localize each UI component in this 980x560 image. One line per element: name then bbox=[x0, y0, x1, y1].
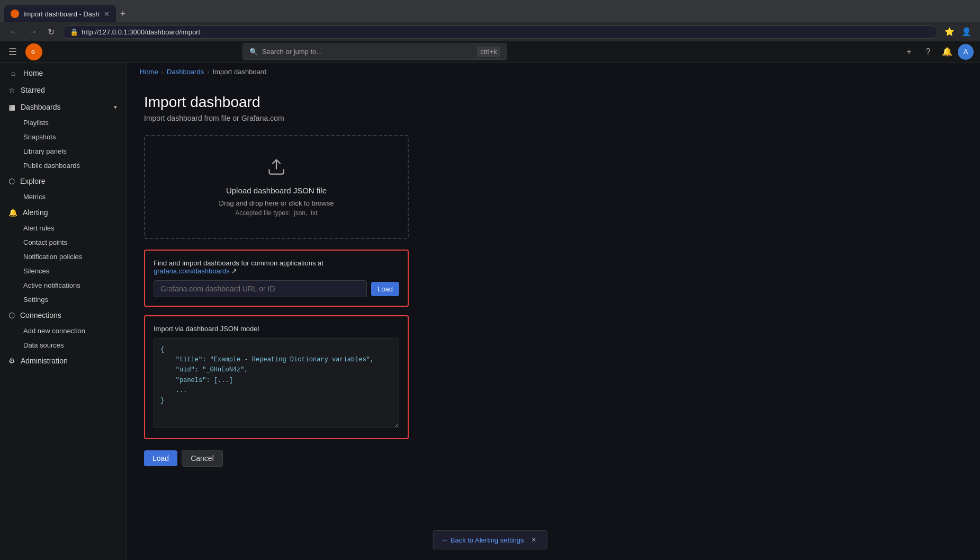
action-row: Load Cancel bbox=[144, 450, 587, 467]
reload-button[interactable]: ↻ bbox=[44, 25, 58, 39]
svg-text:G: G bbox=[31, 49, 35, 55]
sidebar-label-starred: Starred bbox=[21, 86, 45, 94]
breadcrumb-sep-2: › bbox=[207, 68, 209, 76]
upload-icon bbox=[156, 157, 397, 181]
star-icon: ☆ bbox=[8, 86, 15, 94]
url-bar[interactable]: 🔒 http://127.0.0.1:3000/dashboard/import bbox=[62, 25, 938, 39]
upload-title: Upload dashboard JSON file bbox=[156, 186, 397, 195]
back-button[interactable]: ← bbox=[6, 25, 21, 39]
extensions-button[interactable]: ⭐ bbox=[942, 24, 957, 39]
sidebar-item-settings[interactable]: Settings bbox=[0, 292, 127, 307]
sidebar-label-notification-policies: Notification policies bbox=[23, 253, 82, 261]
forward-button[interactable]: → bbox=[25, 25, 40, 39]
back-to-alerting-link[interactable]: ← Back to Alerting settings bbox=[442, 536, 524, 544]
tab-close-icon[interactable]: ✕ bbox=[104, 10, 110, 18]
sidebar-label-public-dashboards: Public dashboards bbox=[23, 162, 80, 170]
json-model-section: Import via dashboard JSON model { "title… bbox=[144, 315, 409, 439]
menu-button[interactable]: ☰ bbox=[6, 41, 19, 63]
sidebar-item-alert-rules[interactable]: Alert rules bbox=[0, 221, 127, 235]
sidebar-item-add-new-connection[interactable]: Add new connection bbox=[0, 324, 127, 338]
load-button[interactable]: Load bbox=[144, 450, 177, 466]
alerting-icon: 🔔 bbox=[8, 208, 17, 217]
sidebar-item-playlists[interactable]: Playlists bbox=[0, 115, 127, 130]
breadcrumb-home[interactable]: Home bbox=[140, 68, 158, 76]
add-button[interactable]: + bbox=[901, 43, 918, 60]
lock-icon: 🔒 bbox=[70, 28, 78, 36]
upload-formats: Accepted file types: .json, .txt bbox=[156, 209, 397, 217]
sidebar-label-silences: Silences bbox=[23, 267, 49, 275]
sidebar-label-dashboards: Dashboards bbox=[21, 103, 61, 111]
sidebar-item-active-notifications[interactable]: Active notifications bbox=[0, 278, 127, 292]
sidebar: ⌂ Home ☆ Starred ▦ Dashboards ▼ Playlist… bbox=[0, 63, 127, 560]
search-shortcut: ctrl+k bbox=[477, 47, 500, 57]
load-url-button[interactable]: Load bbox=[371, 282, 399, 296]
sidebar-label-snapshots: Snapshots bbox=[23, 133, 56, 141]
browser-controls: ← → ↻ 🔒 http://127.0.0.1:3000/dashboard/… bbox=[0, 22, 980, 41]
active-tab[interactable]: Import dashboard - Dash ✕ bbox=[4, 5, 116, 22]
json-section-label: Import via dashboard JSON model bbox=[154, 325, 399, 333]
header-actions: + ? 🔔 A bbox=[901, 43, 974, 60]
upload-area[interactable]: Upload dashboard JSON file Drag and drop… bbox=[144, 135, 409, 239]
sidebar-item-notification-policies[interactable]: Notification policies bbox=[0, 250, 127, 264]
cancel-button[interactable]: Cancel bbox=[182, 450, 223, 467]
browser-extensions: ⭐ 👤 bbox=[942, 24, 974, 39]
explore-icon: ⬡ bbox=[8, 177, 15, 185]
sidebar-item-connections[interactable]: ⬡ Connections bbox=[0, 307, 127, 324]
dashboards-chevron: ▼ bbox=[113, 104, 118, 110]
home-icon: ⌂ bbox=[8, 69, 18, 77]
new-tab-button[interactable]: + bbox=[116, 5, 130, 22]
administration-icon: ⚙ bbox=[8, 357, 15, 365]
sidebar-label-administration: Administration bbox=[21, 357, 68, 365]
toast-close-button[interactable]: × bbox=[529, 535, 538, 545]
search-icon: 🔍 bbox=[249, 48, 258, 56]
tab-favicon bbox=[11, 10, 19, 18]
main-content: Home › Dashboards › Import dashboard Imp… bbox=[127, 63, 980, 560]
sidebar-item-explore[interactable]: ⬡ Explore bbox=[0, 173, 127, 190]
sidebar-item-dashboards[interactable]: ▦ Dashboards ▼ bbox=[0, 99, 127, 115]
connections-icon: ⬡ bbox=[8, 311, 15, 319]
breadcrumb: Home › Dashboards › Import dashboard bbox=[127, 63, 980, 81]
sidebar-item-snapshots[interactable]: Snapshots bbox=[0, 130, 127, 144]
page-subtitle: Import dashboard from file or Grafana.co… bbox=[144, 114, 587, 122]
sidebar-label-library-panels: Library panels bbox=[23, 147, 67, 155]
url-import-section: Find and import dashboards for common ap… bbox=[144, 250, 409, 307]
upload-drag-text: Drag and drop here or click to browse bbox=[156, 199, 397, 207]
page-title: Import dashboard bbox=[144, 94, 587, 111]
json-textarea[interactable]: { "title": "Example - Repeating Dictiona… bbox=[154, 338, 399, 428]
import-section-label: Find and import dashboards for common ap… bbox=[154, 259, 399, 275]
sidebar-item-metrics[interactable]: Metrics bbox=[0, 190, 127, 204]
sidebar-item-contact-points[interactable]: Contact points bbox=[0, 235, 127, 250]
breadcrumb-current: Import dashboard bbox=[212, 68, 266, 76]
breadcrumb-sep-1: › bbox=[161, 68, 164, 76]
url-text: http://127.0.0.1:3000/dashboard/import bbox=[82, 28, 200, 36]
sidebar-label-settings: Settings bbox=[23, 296, 48, 304]
notifications-button[interactable]: 🔔 bbox=[939, 43, 956, 60]
breadcrumb-dashboards[interactable]: Dashboards bbox=[167, 68, 204, 76]
sidebar-label-home: Home bbox=[23, 69, 43, 77]
sidebar-item-starred[interactable]: ☆ Starred bbox=[0, 82, 127, 99]
dashboard-url-input[interactable] bbox=[154, 280, 367, 297]
sidebar-label-alert-rules: Alert rules bbox=[23, 224, 55, 232]
user-profile-button[interactable]: 👤 bbox=[959, 24, 974, 39]
sidebar-label-explore: Explore bbox=[20, 177, 45, 185]
sidebar-label-add-new-connection: Add new connection bbox=[23, 327, 85, 335]
sidebar-item-alerting[interactable]: 🔔 Alerting bbox=[0, 204, 127, 221]
grafana-link[interactable]: grafana.com/dashboards bbox=[154, 267, 230, 275]
sidebar-item-library-panels[interactable]: Library panels bbox=[0, 144, 127, 158]
search-placeholder: Search or jump to... bbox=[262, 48, 322, 56]
sidebar-label-connections: Connections bbox=[20, 311, 61, 319]
sidebar-item-home[interactable]: ⌂ Home bbox=[0, 65, 127, 82]
sidebar-item-data-sources[interactable]: Data sources bbox=[0, 338, 127, 352]
app-header: ☰ G 🔍 Search or jump to... ctrl+k + ? 🔔 … bbox=[0, 41, 980, 63]
tab-title: Import dashboard - Dash bbox=[23, 10, 100, 18]
sidebar-label-alerting: Alerting bbox=[23, 208, 48, 217]
help-button[interactable]: ? bbox=[920, 43, 937, 60]
user-avatar[interactable]: A bbox=[958, 44, 974, 60]
sidebar-label-active-notifications: Active notifications bbox=[23, 281, 80, 289]
sidebar-item-silences[interactable]: Silences bbox=[0, 264, 127, 278]
sidebar-item-administration[interactable]: ⚙ Administration bbox=[0, 352, 127, 369]
sidebar-item-public-dashboards[interactable]: Public dashboards bbox=[0, 158, 127, 173]
search-bar[interactable]: 🔍 Search or jump to... ctrl+k bbox=[242, 43, 507, 60]
dashboards-icon: ▦ bbox=[8, 103, 15, 111]
sidebar-label-metrics: Metrics bbox=[23, 193, 46, 201]
